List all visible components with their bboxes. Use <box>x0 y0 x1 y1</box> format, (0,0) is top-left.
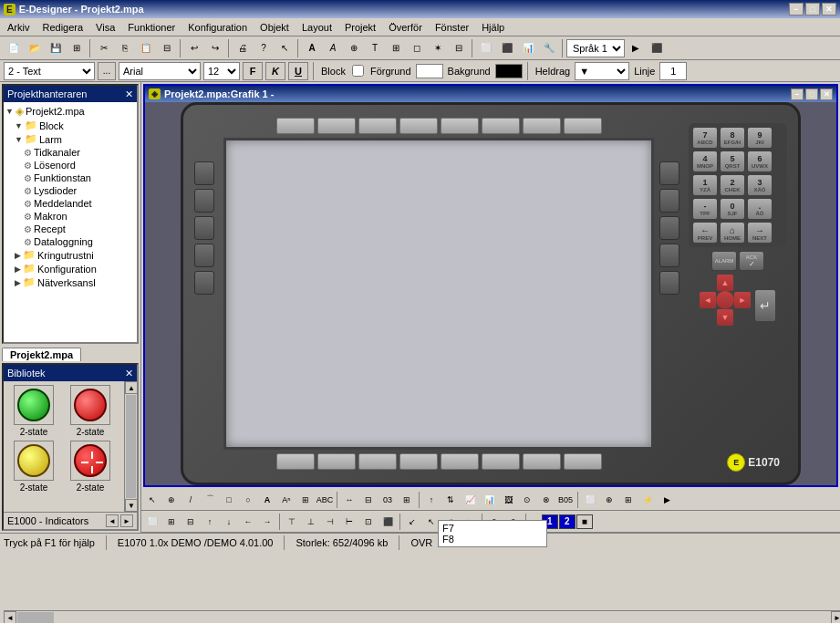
tb-btn21[interactable]: ✶ <box>428 38 448 58</box>
menu-redigera[interactable]: Redigera <box>36 20 88 35</box>
maximize-button[interactable]: □ <box>805 3 820 16</box>
tb-btn28[interactable]: ⬛ <box>647 38 667 58</box>
bt2-btn13[interactable]: ⬛ <box>379 513 397 531</box>
font-size-select[interactable]: 12 <box>203 62 240 80</box>
save-button[interactable]: 💾 <box>46 38 66 58</box>
object-type-select[interactable]: 2 - Text <box>4 62 95 80</box>
bt-btn20[interactable]: ⊙ <box>518 491 536 509</box>
hmi-fkey-bottom-1[interactable] <box>276 453 315 470</box>
bt-btn22[interactable]: B05 <box>556 491 575 509</box>
tree-item-recept[interactable]: ⚙ Recept <box>5 223 135 235</box>
foreground-color[interactable] <box>416 64 443 78</box>
tree-item-makron[interactable]: ⚙ Makron <box>5 210 135 223</box>
lib-item-crosshair[interactable]: 2-state <box>64 441 117 493</box>
lib-item-yellow[interactable]: 2-state <box>7 441 60 493</box>
paste-button[interactable]: 📋 <box>136 38 156 58</box>
key-3[interactable]: 3XÄÖ <box>747 174 773 196</box>
dpad-down[interactable]: ▼ <box>717 309 733 326</box>
tree-item-losenord[interactable]: ⚙ Lösenord <box>5 159 135 171</box>
bt-btn17[interactable]: 📈 <box>461 491 479 509</box>
print-button[interactable]: 🖨 <box>233 38 253 58</box>
tb-btn24[interactable]: ⬛ <box>497 38 517 58</box>
key-2[interactable]: 2CHEK <box>720 174 745 196</box>
hmi-fkey-top-8[interactable] <box>564 118 602 134</box>
hmi-fkey-left-4[interactable] <box>194 244 214 267</box>
key-9[interactable]: 9JKI <box>747 127 773 149</box>
tree-item-root[interactable]: ▼ ◈ Projekt2.mpa <box>5 104 135 119</box>
tree-item-tidkanaler[interactable]: ⚙ Tidkanaler <box>5 146 135 159</box>
menu-fonster[interactable]: Fönster <box>430 20 474 35</box>
bt-circle[interactable]: ○ <box>239 491 257 509</box>
hmi-fkey-top-7[interactable] <box>523 118 561 134</box>
hmi-fkey-left-2[interactable] <box>194 189 214 213</box>
hmi-fkey-bottom-8[interactable] <box>564 453 602 470</box>
tb-btn15[interactable]: A <box>302 38 322 58</box>
bt-btn21[interactable]: ⊗ <box>537 491 555 509</box>
expand-kringutrustni[interactable]: ▶ <box>15 251 21 260</box>
menu-visa[interactable]: Visa <box>90 20 120 35</box>
lib-scroll-up[interactable]: ▲ <box>125 381 137 394</box>
hmi-fkey-right-4[interactable] <box>659 244 679 267</box>
bt-text[interactable]: A <box>258 491 276 509</box>
hmi-fkey-right-2[interactable] <box>659 189 679 213</box>
key-4[interactable]: 4MNOP <box>692 151 718 172</box>
bt2-btn8[interactable]: ⊤ <box>283 513 301 531</box>
dpad-right[interactable]: ► <box>734 292 751 308</box>
menu-konfiguration[interactable]: Konfiguration <box>182 20 253 35</box>
tree-item-natverksansl[interactable]: ▶ 📁 Nätverksansl <box>5 275 135 289</box>
underline-button[interactable]: U <box>288 62 308 80</box>
language-select[interactable]: Språk 1 <box>566 39 625 57</box>
menu-layout[interactable]: Layout <box>296 20 337 35</box>
tb-btn8[interactable]: ⊟ <box>157 38 177 58</box>
tree-item-lysdioder[interactable]: ⚙ Lysdioder <box>5 184 135 197</box>
bt-btn23[interactable]: ⬜ <box>581 491 599 509</box>
bt2-btn4[interactable]: ↑ <box>201 513 219 531</box>
page-2-indicator[interactable]: 2 <box>559 514 576 529</box>
hmi-fkey-bottom-6[interactable] <box>482 453 520 470</box>
hmi-fkey-bottom-4[interactable] <box>399 453 438 470</box>
bt2-btn11[interactable]: ⊢ <box>340 513 358 531</box>
bt-btn26[interactable]: ⚡ <box>638 491 657 509</box>
italic-button[interactable]: K <box>265 62 285 80</box>
lib-item-red[interactable]: 2-state <box>64 385 117 437</box>
menu-arkiv[interactable]: Arkiv <box>2 20 35 35</box>
font-select[interactable]: Arial <box>119 62 201 80</box>
minimize-button[interactable]: − <box>789 3 804 16</box>
key-6[interactable]: 6UVWX <box>747 151 773 172</box>
hmi-fkey-top-5[interactable] <box>441 118 479 134</box>
library-close-button[interactable]: ✕ <box>125 368 133 379</box>
dpad-left[interactable]: ◄ <box>700 292 716 308</box>
hmi-fkey-left-1[interactable] <box>194 161 214 185</box>
tb-btn16[interactable]: A <box>323 38 343 58</box>
key-5[interactable]: 5QRST <box>720 151 745 172</box>
expand-larm[interactable]: ▼ <box>15 135 23 144</box>
alarm-button[interactable]: ALARM <box>711 251 737 271</box>
tb-btn26[interactable]: 🔧 <box>539 38 559 58</box>
background-color[interactable] <box>495 64 523 78</box>
tb-btn14[interactable]: ↖ <box>275 38 295 58</box>
menu-objekt[interactable]: Objekt <box>254 20 295 35</box>
bt-btn16[interactable]: ⇅ <box>441 491 460 509</box>
bt-btn2[interactable]: ⊕ <box>162 491 181 509</box>
expand-block[interactable]: ▼ <box>15 121 23 130</box>
key-minus[interactable]: -TPF <box>692 198 718 220</box>
hmi-fkey-top-3[interactable] <box>358 118 397 134</box>
bt2-btn10[interactable]: ⊣ <box>321 513 339 531</box>
lib-scroll-down[interactable]: ▼ <box>125 499 137 512</box>
bt-arc[interactable]: ⌒ <box>201 491 219 509</box>
bt-btn18[interactable]: 📊 <box>480 491 498 509</box>
hmi-fkey-bottom-2[interactable] <box>317 453 356 470</box>
block-checkbox[interactable] <box>352 65 364 77</box>
bt-btn25[interactable]: ⊞ <box>619 491 638 509</box>
key-prev[interactable]: ←PREV <box>692 222 718 244</box>
project-tab[interactable]: Projekt2.mpa <box>2 348 81 361</box>
open-button[interactable]: 📂 <box>25 38 45 58</box>
tb-btn23[interactable]: ⬜ <box>476 38 496 58</box>
menu-projekt[interactable]: Projekt <box>339 20 381 35</box>
menu-funktioner[interactable]: Funktioner <box>122 20 181 35</box>
cut-button[interactable]: ✂ <box>94 38 114 58</box>
bt2-btn6[interactable]: ← <box>239 513 257 531</box>
bt-btn24[interactable]: ⊕ <box>600 491 618 509</box>
tb-btn20[interactable]: ◻ <box>407 38 427 58</box>
tree-item-konfiguration[interactable]: ▶ 📁 Konfiguration <box>5 262 135 275</box>
